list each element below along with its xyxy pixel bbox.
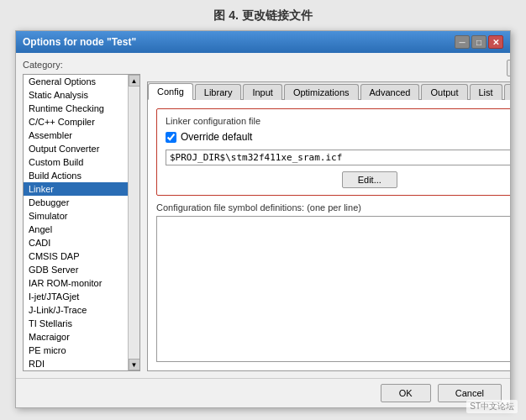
main-panel: Factory Settings ConfigLibraryInputOptim… bbox=[147, 60, 510, 371]
sidebar-scrollbar[interactable]: ▲ ▼ bbox=[128, 75, 139, 370]
tab-library[interactable]: Library bbox=[195, 84, 242, 100]
sidebar-item-assembler[interactable]: Assembler bbox=[24, 129, 128, 142]
sidebar-item-cmsis-dap[interactable]: CMSIS DAP bbox=[24, 249, 128, 263]
override-row: Override default bbox=[166, 131, 510, 143]
watermark: ST中文论坛 bbox=[466, 400, 518, 413]
tab-content-config: Linker configuration file Override defau… bbox=[148, 100, 510, 370]
path-row: ... bbox=[166, 148, 510, 166]
ok-button[interactable]: OK bbox=[381, 384, 431, 402]
maximize-button[interactable]: □ bbox=[471, 35, 487, 49]
tab-advanced[interactable]: Advanced bbox=[360, 84, 420, 100]
factory-settings-button[interactable]: Factory Settings bbox=[507, 60, 510, 76]
edit-btn-row: Edit... bbox=[166, 171, 510, 188]
sidebar-item-iar-rom-monitor[interactable]: IAR ROM-monitor bbox=[24, 276, 128, 290]
sidebar-item-pe-micro[interactable]: PE micro bbox=[24, 344, 128, 357]
tab-input[interactable]: Input bbox=[243, 84, 281, 100]
sidebar: Category: General OptionsStatic Analysis… bbox=[23, 60, 140, 371]
sidebar-item-general-options[interactable]: General Options bbox=[24, 75, 128, 88]
sidebar-item-cadi[interactable]: CADI bbox=[24, 236, 128, 249]
dialog-title: Options for node "Test" bbox=[23, 36, 136, 48]
sidebar-item-debugger[interactable]: Debugger bbox=[24, 196, 128, 209]
sidebar-item-jlink-jtrace[interactable]: J-Link/J-Trace bbox=[24, 303, 128, 317]
tabs-container: ConfigLibraryInputOptimizationsAdvancedO… bbox=[147, 81, 510, 371]
dialog-content: Category: General OptionsStatic Analysis… bbox=[16, 53, 510, 378]
sidebar-item-output-converter[interactable]: Output Converter bbox=[24, 142, 128, 155]
sidebar-item-macraigor[interactable]: Macraigor bbox=[24, 330, 128, 344]
sidebar-item-rdi[interactable]: RDI bbox=[24, 357, 128, 370]
sidebar-item-angel[interactable]: Angel bbox=[24, 223, 128, 236]
sidebar-item-runtime-checking[interactable]: Runtime Checking bbox=[24, 102, 128, 115]
scrollbar-down-arrow[interactable]: ▼ bbox=[129, 359, 140, 370]
title-bar-buttons: ─ □ ✕ bbox=[455, 35, 503, 49]
dialog-window: Options for node "Test" ─ □ ✕ Category: … bbox=[15, 30, 511, 408]
sidebar-item-ti-stellaris[interactable]: TI Stellaris bbox=[24, 317, 128, 330]
sidebar-item-simulator[interactable]: Simulator bbox=[24, 209, 128, 223]
tab-list[interactable]: List bbox=[470, 84, 502, 100]
edit-button[interactable]: Edit... bbox=[342, 171, 397, 188]
sidebar-items-inner: General OptionsStatic AnalysisRuntime Ch… bbox=[24, 75, 128, 370]
sidebar-item-gdb-server[interactable]: GDB Server bbox=[24, 263, 128, 276]
path-input[interactable] bbox=[166, 150, 510, 165]
title-bar: Options for node "Test" ─ □ ✕ bbox=[16, 31, 510, 53]
factory-settings-row: Factory Settings bbox=[147, 60, 510, 76]
sidebar-item-custom-build[interactable]: Custom Build bbox=[24, 155, 128, 169]
symbol-defs-section: Configuration file symbol definitions: (… bbox=[156, 202, 510, 362]
tabs-row: ConfigLibraryInputOptimizationsAdvancedO… bbox=[148, 82, 510, 100]
scrollbar-up-arrow[interactable]: ▲ bbox=[129, 75, 140, 87]
sidebar-item-static-analysis[interactable]: Static Analysis bbox=[24, 88, 128, 102]
sidebar-label: Category: bbox=[23, 60, 140, 70]
override-label: Override default bbox=[181, 131, 252, 143]
sidebar-item-linker[interactable]: Linker bbox=[24, 182, 128, 196]
sidebar-item-build-actions[interactable]: Build Actions bbox=[24, 169, 128, 182]
minimize-button[interactable]: ─ bbox=[455, 35, 470, 49]
sidebar-item-ijet-jtagjet[interactable]: I-jet/JTAGjet bbox=[24, 290, 128, 303]
symbol-defs-label: Configuration file symbol definitions: (… bbox=[156, 202, 510, 213]
override-checkbox[interactable] bbox=[166, 132, 176, 143]
page-title: 图 4. 更改链接文件 bbox=[213, 8, 312, 24]
tab-config[interactable]: Config bbox=[148, 83, 193, 100]
dialog-footer: OK Cancel bbox=[16, 378, 510, 407]
linker-config-section: Linker configuration file Override defau… bbox=[156, 108, 510, 196]
tab-output[interactable]: Output bbox=[421, 84, 467, 100]
symbol-defs-area: ▲ ▼ bbox=[156, 216, 510, 362]
section-legend: Linker configuration file bbox=[166, 116, 510, 126]
tab-optimizations[interactable]: Optimizations bbox=[284, 84, 359, 100]
tab-define[interactable]: #define bbox=[504, 84, 510, 100]
close-button[interactable]: ✕ bbox=[488, 35, 503, 49]
sidebar-item-cpp-compiler[interactable]: C/C++ Compiler bbox=[24, 115, 128, 129]
sidebar-scroll-wrap: General OptionsStatic AnalysisRuntime Ch… bbox=[23, 74, 140, 371]
